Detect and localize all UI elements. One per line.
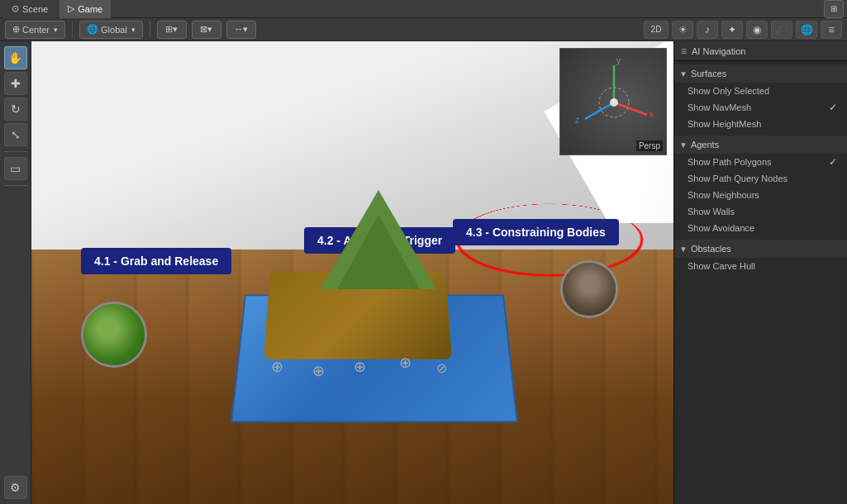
item-show-only-selected[interactable]: Show Only Selected xyxy=(674,83,847,99)
item-show-path-polygons[interactable]: Show Path Polygons ✓ xyxy=(674,154,847,170)
section-obstacles[interactable]: ▼ Obstacles xyxy=(674,240,847,258)
section-agents[interactable]: ▼ Agents xyxy=(674,136,847,154)
toolbar: ⊕ Center 🌐 Global ⊞▾ ⊠▾ ↔▾ 2D ☀ ♪ ✦ ◉ 🎥 … xyxy=(0,18,847,41)
item-show-neighbours[interactable]: Show Neighbours xyxy=(674,187,847,203)
item-show-navmesh[interactable]: Show NavMesh ✓ xyxy=(674,99,847,116)
surfaces-arrow: ▼ xyxy=(679,69,688,78)
check-navmesh: ✓ xyxy=(829,102,837,113)
svg-text:y: y xyxy=(616,56,621,65)
svg-line-2 xyxy=(614,102,647,115)
right-panel: ≡ AI Navigation ▼ Surfaces Show Only Sel… xyxy=(673,41,847,504)
global-icon: 🌐 xyxy=(87,24,98,35)
mini-map: y x z Persp xyxy=(559,48,667,155)
figure-5: ⊘ xyxy=(436,360,447,376)
2d-btn[interactable]: 2D xyxy=(644,21,669,39)
svg-point-6 xyxy=(610,98,618,107)
scale-tool[interactable]: ⤡ xyxy=(4,123,27,146)
grid-btn[interactable]: ⊞▾ xyxy=(157,21,187,39)
main-area: ✋ ✚ ↻ ⤡ ▭ ⚙ 4.1 - Grab and Release 4.2 -… xyxy=(0,41,847,504)
agents-label: Agents xyxy=(691,140,719,150)
ruler-btn[interactable]: ↔▾ xyxy=(226,21,256,39)
panel-header: ≡ AI Navigation xyxy=(674,41,847,61)
menu-btn[interactable]: ≡ xyxy=(821,21,842,39)
svg-line-4 xyxy=(585,102,614,119)
tab-game[interactable]: ▷ Game xyxy=(59,0,111,18)
effects-btn[interactable]: ✦ xyxy=(721,21,743,39)
svg-text:z: z xyxy=(575,116,579,125)
item-show-avoidance[interactable]: Show Avoidance xyxy=(674,220,847,236)
light-btn[interactable]: ☀ xyxy=(672,21,693,39)
camera-btn[interactable]: 🎥 xyxy=(771,21,792,39)
item-show-carve-hull[interactable]: Show Carve Hull xyxy=(674,258,847,274)
center-icon: ⊕ xyxy=(12,24,20,35)
circle-thumb-1 xyxy=(81,302,147,368)
figure-1: ⊕ xyxy=(271,358,283,376)
move-tool[interactable]: ✚ xyxy=(4,72,27,95)
globe-btn[interactable]: 🌐 xyxy=(796,21,817,39)
viewport[interactable]: 4.1 - Grab and Release 4.2 - Animation T… xyxy=(31,41,673,504)
mountain xyxy=(321,190,436,289)
agents-arrow: ▼ xyxy=(679,140,688,150)
rect-tool[interactable]: ▭ xyxy=(4,157,27,180)
item-show-walls[interactable]: Show Walls xyxy=(674,203,847,220)
global-dropdown[interactable]: 🌐 Global xyxy=(79,21,143,39)
game-icon: ▷ xyxy=(68,3,74,14)
figure-3: ⊕ xyxy=(354,358,366,376)
figure-4: ⊕ xyxy=(399,354,412,372)
nav-label-1[interactable]: 4.1 - Grab and Release xyxy=(81,248,231,274)
obstacles-label: Obstacles xyxy=(691,244,731,254)
panel-content: ▼ Surfaces Show Only Selected Show NavMe… xyxy=(674,61,847,504)
settings-tool[interactable]: ⚙ xyxy=(4,476,27,499)
tool-sep xyxy=(4,151,27,152)
scene-icon: ⊙ xyxy=(12,3,19,14)
surfaces-label: Surfaces xyxy=(691,69,726,78)
snap-btn[interactable]: ⊠▾ xyxy=(192,21,221,39)
check-path-polygons: ✓ xyxy=(829,156,837,168)
item-show-heightmesh[interactable]: Show HeightMesh xyxy=(674,116,847,132)
axis-gizmo: y x z xyxy=(560,49,667,155)
obstacles-arrow: ▼ xyxy=(679,245,688,254)
left-panel: ✋ ✚ ↻ ⤡ ▭ ⚙ xyxy=(0,41,31,504)
section-surfaces[interactable]: ▼ Surfaces xyxy=(674,64,847,83)
item-show-path-query-nodes[interactable]: Show Path Query Nodes xyxy=(674,170,847,187)
nav-label-3[interactable]: 4.3 - Constraining Bodies xyxy=(453,219,619,245)
maximize-button[interactable]: ⊞ xyxy=(824,0,844,18)
sep1 xyxy=(72,21,73,38)
svg-text:x: x xyxy=(650,110,654,119)
audio-btn[interactable]: ♪ xyxy=(697,21,718,39)
center-dropdown[interactable]: ⊕ Center xyxy=(5,21,65,39)
circle-thumb-2 xyxy=(560,260,618,318)
sep2 xyxy=(150,21,150,38)
visibility-btn[interactable]: ◉ xyxy=(746,21,768,39)
tab-scene[interactable]: ⊙ Scene xyxy=(3,0,56,18)
tool-sep2 xyxy=(4,185,27,186)
hand-tool[interactable]: ✋ xyxy=(4,46,27,69)
tab-bar: ⊙ Scene ▷ Game ⊞ xyxy=(0,0,847,18)
figure-2: ⊕ xyxy=(312,362,325,380)
persp-label: Persp xyxy=(636,140,663,151)
mini-map-bg: y x z Persp xyxy=(560,49,666,155)
panel-header-icon: ≡ xyxy=(681,45,687,57)
panel-title: AI Navigation xyxy=(692,46,745,56)
rotate-tool[interactable]: ↻ xyxy=(4,97,27,121)
